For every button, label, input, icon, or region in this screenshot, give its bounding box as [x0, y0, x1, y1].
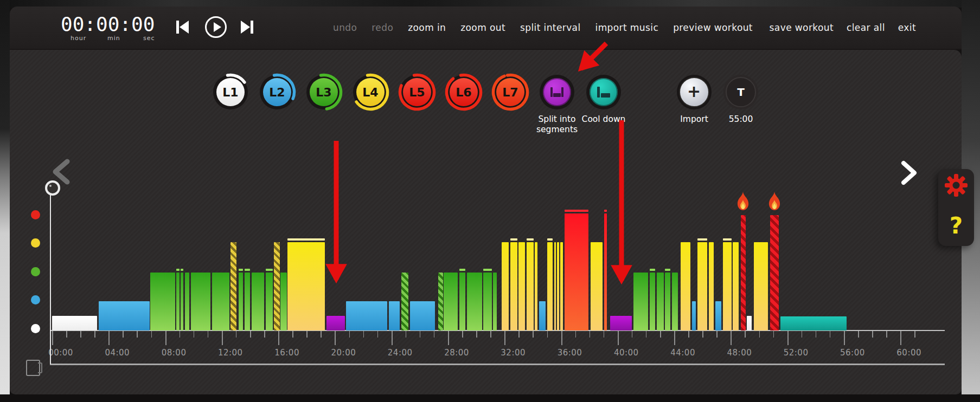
interval-bar[interactable] — [610, 316, 632, 330]
interval-bar[interactable] — [389, 301, 400, 330]
interval-bar[interactable] — [672, 273, 677, 330]
level-button-l1[interactable]: L1 — [213, 75, 248, 109]
interval-bar[interactable] — [191, 273, 211, 330]
interval-bar[interactable] — [459, 273, 466, 330]
interval-bar[interactable] — [741, 215, 746, 330]
interval-bar[interactable] — [557, 242, 559, 330]
interval-bar[interactable] — [633, 273, 648, 330]
skip-forward-button[interactable] — [240, 20, 255, 35]
interval-bar[interactable] — [185, 273, 189, 330]
skip-back-button[interactable] — [175, 20, 190, 35]
level-button-l7[interactable]: L7 — [493, 75, 528, 109]
level-button-l5[interactable]: L5 — [400, 75, 434, 109]
interval-bar[interactable] — [239, 273, 243, 330]
interval-bar[interactable] — [467, 273, 482, 330]
interval-bar[interactable] — [483, 273, 492, 330]
interval-bar[interactable] — [604, 213, 607, 330]
interval-bar[interactable] — [346, 301, 387, 330]
interval-bar[interactable] — [176, 273, 179, 330]
axis-label: 28:00 — [438, 348, 476, 358]
level-button-l3[interactable]: L3 — [306, 75, 341, 109]
plus-icon: + — [687, 82, 701, 101]
menu-preview-workout[interactable]: preview workout — [673, 22, 753, 33]
tick-minor — [250, 331, 251, 338]
legend-dot-2[interactable] — [31, 267, 40, 276]
level-button-l2[interactable]: L2 — [260, 75, 294, 109]
help-icon[interactable]: ? — [938, 212, 974, 239]
menu-redo[interactable]: redo — [371, 22, 393, 33]
legend-dot-4[interactable] — [31, 324, 40, 333]
import-button[interactable]: + Import — [677, 75, 712, 109]
legend-dot-1[interactable] — [31, 238, 40, 248]
interval-bar[interactable] — [697, 242, 707, 330]
play-button[interactable] — [204, 15, 228, 39]
interval-bar[interactable] — [770, 215, 779, 330]
tick-minor — [306, 331, 308, 338]
interval-bar[interactable] — [444, 273, 458, 330]
interval-bar[interactable] — [733, 242, 738, 330]
interval-bar[interactable] — [709, 242, 714, 330]
interval-bar[interactable] — [401, 273, 408, 330]
interval-bar[interactable] — [274, 242, 279, 330]
interval-bar[interactable] — [554, 242, 556, 330]
interval-bar[interactable] — [681, 242, 690, 330]
interval-bar[interactable] — [266, 273, 273, 330]
action-clear-all[interactable]: clear all — [847, 22, 885, 33]
cool-down-icon — [590, 78, 618, 106]
interval-bar[interactable] — [650, 273, 655, 330]
menu-zoom-out[interactable]: zoom out — [460, 22, 505, 33]
interval-bar[interactable] — [52, 316, 97, 330]
interval-bar[interactable] — [780, 316, 847, 330]
menu-undo[interactable]: undo — [333, 22, 357, 33]
interval-bar[interactable] — [230, 242, 237, 330]
interval-bar[interactable] — [715, 301, 722, 330]
interval-bar[interactable] — [754, 242, 768, 330]
interval-bar[interactable] — [252, 273, 265, 330]
interval-bar[interactable] — [535, 242, 537, 330]
legend-dot-3[interactable] — [31, 295, 40, 304]
tick-minor — [604, 331, 605, 338]
legend-dot-0[interactable] — [31, 210, 40, 219]
interval-bar[interactable] — [518, 242, 525, 330]
interval-bar[interactable] — [493, 273, 497, 330]
interval-marker — [697, 238, 707, 241]
interval-bar[interactable] — [181, 273, 183, 330]
interval-bar[interactable] — [591, 242, 603, 330]
menu-import-music[interactable]: import music — [595, 22, 659, 33]
total-time-button[interactable]: T 55:00 — [723, 75, 758, 109]
notes-icon[interactable] — [26, 360, 40, 376]
interval-bar[interactable] — [692, 301, 696, 330]
action-save-workout[interactable]: save workout — [770, 22, 834, 33]
interval-bar[interactable] — [212, 273, 230, 330]
interval-bar[interactable] — [150, 273, 175, 330]
interval-bar[interactable] — [245, 273, 250, 330]
interval-bar[interactable] — [502, 242, 509, 330]
interval-bar[interactable] — [287, 242, 325, 330]
interval-bar[interactable] — [657, 273, 664, 330]
interval-bar[interactable] — [510, 242, 517, 330]
menu-split-interval[interactable]: split interval — [520, 22, 581, 33]
interval-bar[interactable] — [547, 242, 553, 330]
interval-bar[interactable] — [747, 316, 752, 330]
level-button-l6[interactable]: L6 — [446, 75, 481, 109]
level-button-l4[interactable]: L4 — [353, 75, 388, 109]
interval-bar[interactable] — [665, 273, 670, 330]
interval-bar[interactable] — [723, 242, 732, 330]
interval-bar[interactable] — [565, 213, 588, 330]
interval-bar[interactable] — [560, 242, 562, 330]
tick-minor — [660, 331, 661, 338]
interval-bar[interactable] — [527, 242, 534, 330]
action-exit[interactable]: exit — [898, 22, 916, 33]
interval-bar[interactable] — [438, 273, 443, 330]
interval-bar[interactable] — [326, 316, 345, 330]
interval-bar[interactable] — [99, 301, 150, 330]
interval-bar[interactable] — [410, 301, 435, 330]
cool-down-button[interactable]: Cool down — [586, 75, 621, 109]
interval-bar[interactable] — [539, 301, 546, 330]
split-into-segments-button[interactable]: Split intosegments — [540, 75, 574, 109]
playhead-handle[interactable] — [45, 180, 60, 196]
menu-zoom-in[interactable]: zoom in — [408, 22, 446, 33]
gear-icon[interactable] — [944, 173, 968, 197]
scroll-right-icon[interactable] — [899, 160, 921, 185]
interval-bar[interactable] — [280, 273, 287, 330]
